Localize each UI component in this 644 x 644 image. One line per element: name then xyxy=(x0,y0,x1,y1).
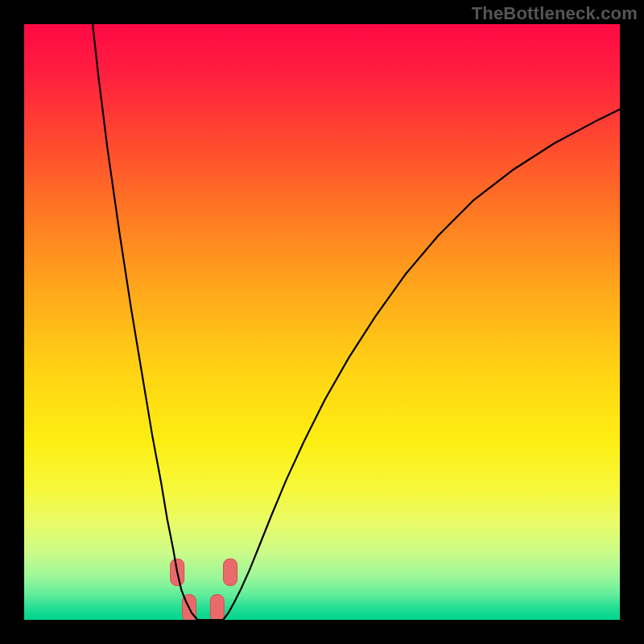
watermark-text: TheBottleneck.com xyxy=(472,3,638,24)
chart-svg xyxy=(24,24,620,620)
valley-marker xyxy=(224,559,237,585)
plot-area xyxy=(24,24,620,620)
valley-marker xyxy=(210,595,224,620)
bottleneck-curve xyxy=(93,24,620,620)
chart-stage: TheBottleneck.com xyxy=(0,0,644,644)
